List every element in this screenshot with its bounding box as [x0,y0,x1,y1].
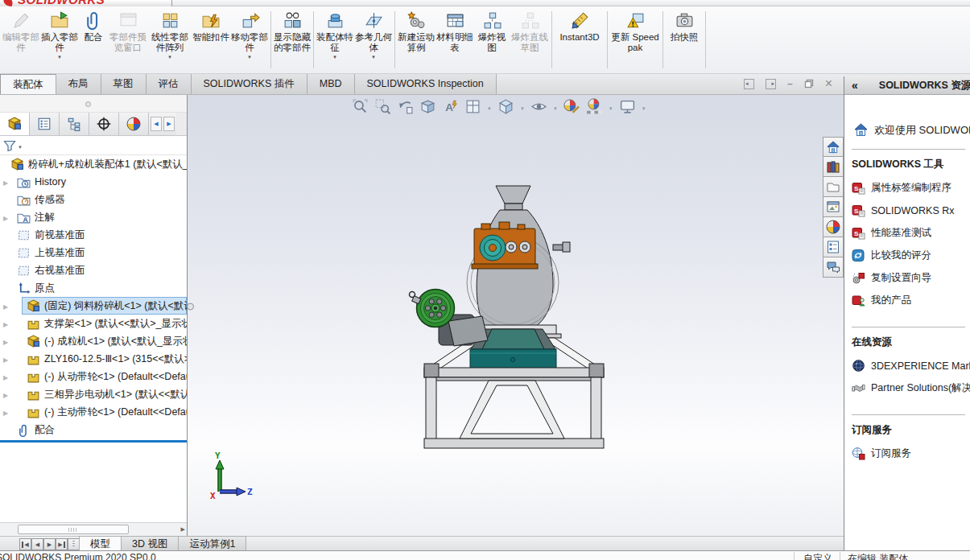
show-hidden-components-button[interactable]: 显示隐藏的零部件 [273,8,312,73]
tab-motion-study-1[interactable]: 运动算例1 [178,536,246,550]
tab-displaymanager[interactable] [119,113,149,135]
update-speedpak-button[interactable]: 更新 Speedpak [609,8,661,73]
dropdown-caret-icon[interactable] [167,52,172,59]
tree-item-right-plane[interactable]: 右视基准面 [0,261,187,279]
collapse-pane-left-button[interactable]: ◂ [744,79,754,89]
forum-tab-button[interactable] [823,257,844,278]
scroll-tabs-left-button[interactable] [151,117,162,131]
move-component-button[interactable]: 移动零部件 [230,8,269,73]
new-motion-study-button[interactable]: 新建运动算例 [397,8,435,73]
tree-item-feed-crusher[interactable]: (固定) 饲料粉碎机<1> (默认<默认_显示状态 [0,297,187,315]
rollback-bar[interactable] [0,440,187,443]
tab-assembly[interactable]: 装配体 [0,74,56,94]
bill-of-materials-button[interactable]: 材料明细表 [435,8,474,73]
dropdown-caret-icon[interactable] [609,101,613,113]
first-study-button[interactable] [19,538,31,550]
view-orientation-icon[interactable] [464,98,481,115]
performance-benchmark-link[interactable]: 性能基准测试 [852,226,970,240]
edit-appearance-icon[interactable] [563,98,580,115]
tab-sketch[interactable]: 草图 [101,74,147,94]
subscription-services-link[interactable]: 订阅服务 [852,447,970,460]
annotation-visibility-icon[interactable] [442,98,459,115]
my-products-link[interactable]: 我的产品 [852,294,970,307]
tab-solidworks-inspection[interactable]: SOLIDWORKS Inspection [355,74,497,94]
filter-funnel-icon[interactable] [3,139,16,152]
dropdown-caret-icon[interactable] [371,52,376,59]
reference-geometry-button[interactable]: 参考几何体 [354,8,393,73]
take-snapshot-button[interactable]: 拍快照 [665,8,704,73]
close-button[interactable] [825,79,832,89]
compare-my-score-link[interactable]: 比较我的评分 [852,249,970,262]
previous-view-icon[interactable] [397,98,414,115]
status-customize[interactable]: 自定义 [803,552,832,560]
partner-solutions-link[interactable]: Partner Solutions(解决方案) [852,381,970,395]
restore-button[interactable] [804,79,814,89]
exploded-view-button[interactable]: 爆炸视图 [474,8,510,73]
tab-model[interactable]: 模型 [79,536,122,550]
dropdown-caret-icon[interactable] [332,52,337,59]
view-palette-tab-button[interactable] [823,197,844,217]
splitter-grip-icon[interactable] [85,101,91,107]
dropdown-caret-icon[interactable] [642,101,646,113]
tree-item-three-phase-motor[interactable]: 三相异步电动机<1> (默认<<默认>_显示状态 [0,385,187,403]
custom-properties-tab-button[interactable] [823,237,844,257]
expand-arrow-icon[interactable] [2,176,10,187]
tab-mbd[interactable]: MBD [308,74,355,94]
graphics-viewport[interactable]: Y Z X [188,95,844,536]
tree-item-support-frame[interactable]: 支撑架<1> (默认<<默认>_显示状态 [0,315,187,332]
linear-component-pattern-button[interactable]: 线性零部件阵列 [148,8,192,73]
tab-splitter-grip[interactable] [68,538,80,550]
property-tab-builder-link[interactable]: 属性标签编制程序 [852,181,970,195]
display-style-icon[interactable] [497,98,514,115]
tree-item-history[interactable]: History [0,173,187,191]
tab-solidworks-addins[interactable]: SOLIDWORKS 插件 [192,74,308,94]
copy-settings-wizard-link[interactable]: 复制设置向导 [852,271,970,285]
assembly-3d-model[interactable]: Y Z X [188,95,844,536]
next-study-button[interactable] [43,538,56,550]
dropdown-caret-icon[interactable] [57,52,62,59]
expand-arrow-icon[interactable] [2,406,10,418]
panel-splitter[interactable] [0,95,187,113]
expand-arrow-icon[interactable] [2,318,10,329]
scroll-tabs-right-button[interactable] [163,117,175,131]
zoom-fit-icon[interactable] [352,98,369,115]
tab-layout[interactable]: 布局 [56,74,101,94]
base-frame[interactable] [424,368,604,377]
hide-show-items-icon[interactable] [530,98,547,115]
tree-item-front-plane[interactable]: 前视基准面 [0,226,187,244]
dropdown-caret-icon[interactable] [520,101,525,113]
home-tab-button[interactable] [823,137,844,157]
explode-line-sketch-button[interactable]: 爆炸直线草图 [510,8,550,73]
collapse-pane-right-button[interactable]: ▸ [766,79,776,89]
tab-dimxpertmanager[interactable] [89,113,119,135]
solidworks-rx-link[interactable]: SOLIDWORKS Rx [852,204,970,217]
assembly-features-button[interactable]: 装配体特征 [316,8,354,73]
mate-button[interactable]: 配合 [79,8,108,73]
tree-item-zly160-reducer[interactable]: ZLY160-12.5-Ⅲ<1> (315<<默认>_显示状态 [0,350,187,368]
edit-component-button[interactable]: 编辑零部件 [2,8,40,73]
design-library-tab-button[interactable] [823,157,844,177]
file-explorer-tab-button[interactable] [823,177,844,197]
tab-configurationmanager[interactable] [60,113,89,135]
tree-item-granulator[interactable]: (-) 成粒机<1> (默认<默认_显示状态 [0,332,187,350]
dropdown-caret-icon[interactable] [247,52,252,59]
tab-3d-views[interactable]: 3D 视图 [121,536,179,550]
expand-arrow-icon[interactable] [2,353,10,364]
tree-item-driving-pulley[interactable]: (-) 主动带轮<1> (Default<<Default>_显示状态 [0,403,187,421]
minimize-button[interactable] [787,79,793,89]
tab-featuremanager-tree[interactable] [0,113,30,135]
tree-item-assembly-root[interactable]: 粉碎机+成粒机装配体1 (默认<默认_显示状态 [0,155,187,173]
dropdown-caret-icon[interactable] [553,101,558,113]
collapse-pane-icon[interactable] [852,79,858,92]
expand-arrow-icon[interactable] [2,212,10,223]
filter-dropdown-caret-icon[interactable] [18,142,23,149]
dropdown-caret-icon[interactable] [487,101,492,113]
tab-propertymanager[interactable] [30,113,60,135]
component-preview-window-button[interactable]: 零部件预览窗口 [108,8,148,73]
section-view-icon[interactable] [419,98,436,115]
tree-item-mates[interactable]: 配合 [0,421,187,439]
scrollbar-thumb[interactable] [18,525,129,534]
expand-arrow-icon[interactable] [2,371,10,382]
expand-arrow-icon[interactable] [2,300,10,311]
smart-fasteners-button[interactable]: 智能扣件 [192,8,230,73]
